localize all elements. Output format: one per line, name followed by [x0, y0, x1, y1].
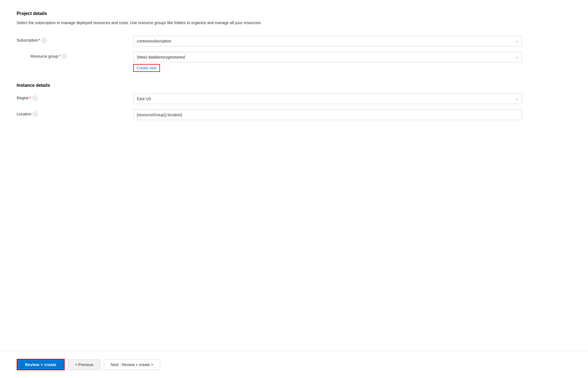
subscription-info-icon[interactable]: i — [42, 38, 46, 42]
subscription-required: * — [39, 38, 40, 42]
location-input[interactable] — [133, 110, 522, 120]
subscription-dropdown[interactable]: contososubscription ⌄ — [133, 36, 522, 46]
resource-group-label-col: Resource group * i — [17, 52, 133, 59]
project-details-title: Project details — [17, 11, 571, 16]
subscription-label-col: Subscription * i — [17, 36, 133, 42]
subscription-label: Subscription — [17, 38, 38, 42]
subscription-chevron-icon: ⌄ — [516, 39, 518, 43]
footer-bar: Review + create < Previous Next : Review… — [0, 351, 588, 378]
region-chevron-icon: ⌄ — [516, 97, 518, 101]
instance-details-section: Instance details Region * i East US ⌄ Lo… — [17, 83, 571, 120]
resource-group-control: (New) datafactorygetstarted ⌄ Create new — [133, 52, 522, 72]
region-label-col: Region * i — [17, 93, 133, 100]
review-create-button[interactable]: Review + create — [17, 359, 65, 370]
region-required: * — [29, 96, 31, 100]
create-new-link[interactable]: Create new — [133, 64, 160, 72]
previous-button[interactable]: < Previous — [68, 359, 100, 370]
project-details-description: Select the subscription to manage deploy… — [17, 20, 267, 26]
resource-group-label: Resource group — [31, 54, 58, 59]
main-content: Project details Select the subscription … — [0, 0, 588, 351]
region-value: East US — [137, 97, 151, 101]
subscription-row: Subscription * i contososubscription ⌄ — [17, 36, 571, 46]
instance-details-title: Instance details — [17, 83, 571, 88]
region-info-icon[interactable]: i — [33, 96, 37, 100]
location-control — [133, 110, 522, 120]
resource-group-info-icon[interactable]: i — [62, 54, 66, 59]
subscription-control: contososubscription ⌄ — [133, 36, 522, 46]
region-row: Region * i East US ⌄ — [17, 93, 571, 104]
resource-group-required: * — [59, 54, 60, 59]
location-label-col: Location i — [17, 110, 133, 116]
region-control: East US ⌄ — [133, 93, 522, 104]
next-button[interactable]: Next : Review + create > — [104, 359, 160, 370]
subscription-value: contososubscription — [137, 39, 171, 43]
location-info-icon[interactable]: i — [33, 112, 37, 116]
location-row: Location i — [17, 110, 571, 120]
resource-group-value: (New) datafactorygetstarted — [137, 55, 185, 59]
region-label: Region — [17, 96, 29, 100]
resource-group-row: Resource group * i (New) datafactorygets… — [17, 52, 571, 72]
resource-group-dropdown[interactable]: (New) datafactorygetstarted ⌄ — [133, 52, 522, 62]
region-dropdown[interactable]: East US ⌄ — [133, 93, 522, 104]
resource-group-chevron-icon: ⌄ — [516, 55, 518, 59]
project-details-section: Project details Select the subscription … — [17, 11, 571, 72]
location-label: Location — [17, 112, 31, 116]
